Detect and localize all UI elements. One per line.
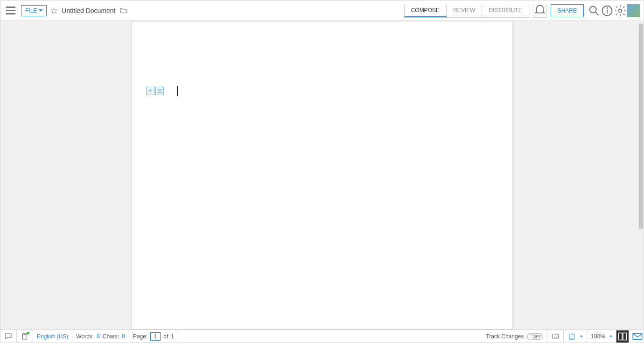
- app-root: FILE Untitled Document COMPOSE REVIEW DI…: [0, 0, 644, 343]
- page-of-label: of: [163, 333, 168, 340]
- search-icon[interactable]: [588, 4, 601, 17]
- svg-line-2: [596, 12, 599, 15]
- status-chat-section: [0, 330, 17, 343]
- document-page[interactable]: [132, 21, 512, 329]
- file-menu-button[interactable]: FILE: [21, 5, 47, 16]
- tab-compose[interactable]: COMPOSE: [405, 4, 447, 17]
- status-counts: Words: 0 Chars: 0: [72, 330, 129, 343]
- track-changes-toggle[interactable]: OFF: [526, 333, 543, 340]
- document-canvas: [0, 21, 644, 329]
- info-icon[interactable]: [601, 4, 614, 17]
- user-avatar[interactable]: [627, 4, 640, 17]
- status-bar: English (US) Words: 0 Chars: 0 Page: of …: [0, 329, 644, 343]
- vertical-scrollbar[interactable]: [639, 21, 643, 329]
- top-toolbar: FILE Untitled Document COMPOSE REVIEW DI…: [0, 0, 644, 21]
- file-menu-label: FILE: [25, 7, 37, 14]
- page-total: 1: [171, 333, 174, 340]
- text-cursor: [177, 86, 178, 96]
- settings-gear-icon[interactable]: [614, 4, 627, 17]
- clipboard-icon[interactable]: [21, 332, 29, 341]
- star-icon[interactable]: [50, 7, 58, 14]
- svg-point-1: [590, 6, 596, 13]
- svg-rect-14: [553, 335, 559, 338]
- status-view-toggles: [616, 330, 644, 343]
- chevron-down-icon: [609, 336, 612, 337]
- svg-rect-25: [633, 333, 642, 339]
- add-block-icon[interactable]: [146, 87, 154, 95]
- status-page: Page: of 1: [129, 330, 178, 343]
- status-language[interactable]: English (US): [33, 330, 72, 343]
- status-fit-section: [564, 330, 587, 343]
- folder-icon[interactable]: [119, 7, 128, 15]
- status-keyboard-section: [547, 330, 564, 343]
- chars-value[interactable]: 0: [122, 333, 125, 340]
- words-value[interactable]: 0: [97, 333, 100, 340]
- svg-rect-24: [623, 333, 627, 340]
- status-clipboard-section: [17, 330, 33, 343]
- chevron-down-icon: [39, 9, 42, 12]
- chat-icon[interactable]: [4, 332, 13, 341]
- language-label: English (US): [37, 333, 68, 340]
- tab-review[interactable]: REVIEW: [447, 4, 482, 17]
- block-options-icon[interactable]: [155, 87, 164, 95]
- keyboard-icon[interactable]: [551, 332, 560, 341]
- svg-marker-0: [51, 7, 57, 14]
- block-insert-handles: [146, 87, 164, 95]
- share-button[interactable]: SHARE: [551, 4, 584, 17]
- document-title[interactable]: Untitled Document: [62, 7, 115, 14]
- svg-rect-23: [618, 333, 622, 340]
- svg-rect-21: [569, 334, 574, 339]
- mode-tabs: COMPOSE REVIEW DISTRIBUTE: [404, 4, 529, 18]
- vertical-scrollbar-thumb[interactable]: [639, 24, 643, 229]
- svg-point-6: [619, 9, 622, 12]
- zoom-value: 100%: [591, 333, 605, 340]
- header-right-icons: [588, 4, 640, 17]
- status-zoom[interactable]: 100%: [587, 330, 616, 343]
- fit-width-icon[interactable]: [567, 332, 576, 341]
- words-label: Words:: [76, 333, 94, 340]
- chevron-down-icon[interactable]: [580, 336, 583, 337]
- mail-view-icon[interactable]: [631, 330, 644, 343]
- page-label: Page:: [133, 333, 147, 340]
- track-changes-label: Track Changes: [486, 333, 524, 340]
- page-number-input[interactable]: [150, 332, 161, 341]
- svg-point-5: [607, 7, 607, 8]
- page-view-icon[interactable]: [616, 330, 629, 343]
- tab-distribute[interactable]: DISTRIBUTE: [482, 4, 528, 17]
- menu-hamburger-icon[interactable]: [4, 4, 17, 17]
- status-track-changes: Track Changes OFF: [482, 330, 547, 343]
- chars-label: Chars:: [103, 333, 119, 340]
- notifications-icon[interactable]: [533, 4, 547, 18]
